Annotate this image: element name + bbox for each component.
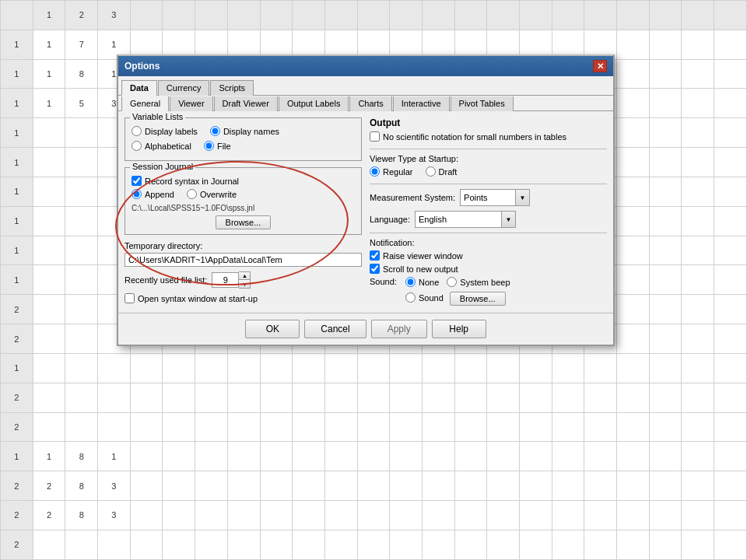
col-header [454,1,487,30]
viewer-type-label: Viewer Type at Startup: [370,154,607,163]
col-header [649,1,682,30]
browse-journal-button[interactable]: Browse... [216,215,272,229]
scroll-output-label: Scroll to new output [383,264,458,274]
cell[interactable] [649,89,682,118]
col-header [487,1,520,30]
display-names-group: Display names [210,126,279,136]
options-dialog: Options ✕ Data Currency Scripts General … [117,54,615,346]
tab-pivot-tables[interactable]: Pivot Tables [451,96,514,111]
append-radio[interactable] [132,189,142,199]
tab-currency[interactable]: Currency [158,80,210,96]
cell[interactable] [33,118,65,148]
cell[interactable] [682,89,714,118]
row-header: 1 [1,353,33,383]
row-header: 2 [1,383,33,412]
dialog-content: Variable Lists Display labels Display na… [118,111,613,313]
scroll-output-row: Scroll to new output [370,264,607,274]
system-beep-radio[interactable] [447,277,457,287]
cell[interactable]: 1 [33,30,65,59]
regular-label: Regular [383,167,413,177]
tab-viewer[interactable]: Viewer [170,96,212,111]
cell[interactable] [649,59,682,89]
cell[interactable] [617,89,650,118]
cell[interactable] [33,148,65,177]
cell[interactable]: 8 [65,59,98,89]
language-arrow[interactable]: ▼ [501,212,515,227]
record-syntax-checkbox[interactable] [132,176,142,186]
cell[interactable] [714,89,747,118]
cancel-button[interactable]: Cancel [304,320,366,338]
cell[interactable] [714,30,747,59]
session-journal-title: Session Journal [130,162,195,171]
cell[interactable]: 1 [33,89,65,118]
sound-label: Sound: [370,277,402,286]
tab-general[interactable]: General [121,96,169,111]
spin-down-button[interactable]: ▼ [239,280,250,288]
alphabetical-radio[interactable] [132,141,142,151]
sound-browse-button[interactable]: Browse... [450,292,506,306]
open-syntax-checkbox[interactable] [124,293,135,303]
col-header [293,1,325,30]
tab-output-labels[interactable]: Output Labels [279,96,349,111]
col-header [584,1,617,30]
row-header: 1 [1,59,33,89]
row-header: 1 [1,30,33,59]
no-scientific-checkbox[interactable] [370,131,380,142]
cell[interactable] [617,59,650,89]
tab-interactive[interactable]: Interactive [393,96,450,111]
cell[interactable] [617,118,650,148]
cell[interactable]: 5 [65,89,98,118]
cell[interactable]: 7 [65,30,98,59]
cell[interactable]: 1 [33,59,65,89]
help-button[interactable]: Help [432,320,486,338]
regular-radio[interactable] [370,166,380,177]
tab-charts[interactable]: Charts [349,96,391,111]
tabs-container: Data Currency Scripts General Viewer Dra… [118,76,613,111]
append-group: Append [132,189,174,199]
display-names-label: Display names [223,127,279,136]
temp-dir-input[interactable]: C:\Users\KADRIT~1\AppData\Local\Tem [124,253,362,267]
measurement-row: Measurement System: Points ▼ [370,189,607,206]
sound-file-label: Sound [419,293,444,303]
apply-button[interactable]: Apply [371,320,427,338]
divider-1 [370,149,607,149]
spin-up-button[interactable]: ▲ [239,272,250,280]
row-header: 1 [1,177,33,206]
language-value: English [416,213,501,226]
tab-data[interactable]: Data [121,80,157,96]
col-header [324,1,357,30]
display-names-radio[interactable] [210,126,220,136]
raise-viewer-checkbox[interactable] [370,250,380,261]
cell[interactable] [682,118,714,148]
cell[interactable] [682,30,714,59]
variable-lists-content: Display labels Display names Alphabetica… [132,126,355,153]
none-label: None [419,278,439,287]
tab-draft-viewer[interactable]: Draft Viewer [214,96,278,111]
spinbox-buttons: ▲ ▼ [239,271,251,289]
draft-radio[interactable] [426,166,436,177]
cell[interactable] [649,30,682,59]
overwrite-radio[interactable] [187,189,197,199]
sound-file-radio[interactable] [405,292,416,303]
cell[interactable] [682,59,714,89]
file-radio[interactable] [204,141,214,151]
language-dropdown[interactable]: English ▼ [415,211,516,228]
measurement-arrow[interactable]: ▼ [515,190,529,205]
cell[interactable] [65,118,98,148]
cell[interactable] [617,30,650,59]
none-radio[interactable] [405,277,416,287]
cell[interactable] [714,59,747,89]
recently-used-input[interactable] [212,272,239,288]
ok-button[interactable]: OK [245,320,300,338]
raise-viewer-row: Raise viewer window [370,250,607,261]
spinbox-container: ▲ ▼ [212,271,251,289]
close-button[interactable]: ✕ [593,60,607,72]
variable-lists-section: Variable Lists Display labels Display na… [124,117,362,161]
display-labels-radio[interactable] [132,126,142,136]
tab-scripts[interactable]: Scripts [210,80,254,96]
measurement-dropdown[interactable]: Points ▼ [460,189,530,206]
col-header [714,1,747,30]
scroll-output-checkbox[interactable] [370,264,380,274]
cell[interactable] [714,118,747,148]
cell[interactable] [649,118,682,148]
